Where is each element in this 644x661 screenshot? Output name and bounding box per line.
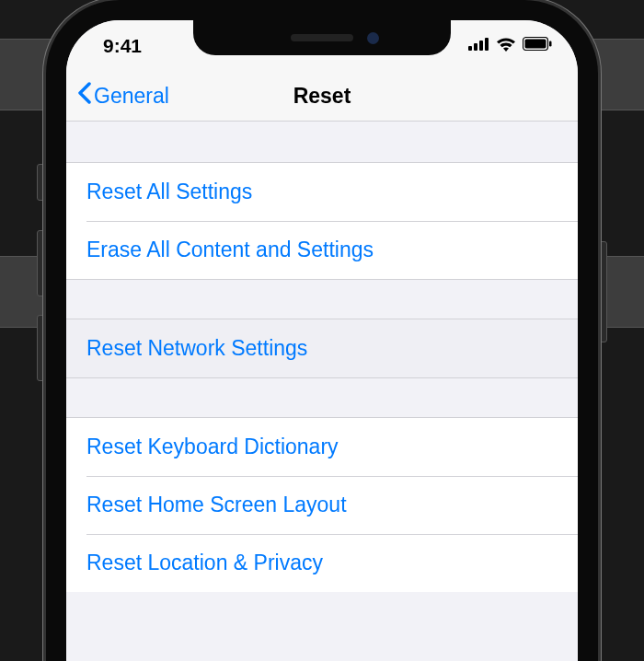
svg-rect-5	[525, 40, 546, 49]
cell-label: Reset Home Screen Layout	[86, 493, 347, 516]
cell-label: Reset Location & Privacy	[86, 551, 323, 574]
phone-mute-switch	[37, 164, 46, 201]
phone-side-button	[598, 241, 607, 342]
reset-network-settings[interactable]: Reset Network Settings	[66, 319, 578, 378]
phone-volume-up-button	[37, 230, 46, 296]
status-time: 9:41	[103, 35, 142, 57]
svg-rect-0	[468, 46, 472, 51]
wifi-icon	[496, 37, 516, 55]
back-button-label: General	[94, 84, 169, 109]
group-separator	[66, 378, 578, 417]
svg-rect-3	[485, 38, 489, 51]
back-button[interactable]: General	[66, 82, 169, 110]
phone-frame: 9:41	[46, 0, 598, 661]
svg-rect-1	[474, 43, 477, 51]
erase-all-content[interactable]: Erase All Content and Settings	[66, 221, 578, 280]
cell-label: Reset Keyboard Dictionary	[86, 435, 339, 458]
cell-label: Erase All Content and Settings	[86, 238, 374, 261]
reset-all-settings[interactable]: Reset All Settings	[66, 162, 578, 221]
phone-screen: 9:41	[66, 20, 578, 661]
reset-home-screen-layout[interactable]: Reset Home Screen Layout	[66, 476, 578, 534]
status-indicators	[468, 37, 552, 55]
reset-location-privacy[interactable]: Reset Location & Privacy	[66, 534, 578, 592]
phone-volume-down-button	[37, 315, 46, 381]
phone-speaker	[291, 34, 353, 41]
navigation-bar: General Reset	[66, 71, 578, 122]
phone-camera	[367, 32, 379, 44]
settings-content: Reset All Settings Erase All Content and…	[66, 122, 578, 592]
group-separator	[66, 280, 578, 319]
group-separator	[66, 122, 578, 162]
chevron-left-icon	[77, 82, 92, 110]
svg-rect-6	[549, 41, 552, 47]
reset-keyboard-dictionary[interactable]: Reset Keyboard Dictionary	[66, 417, 578, 476]
svg-rect-2	[479, 41, 483, 51]
cell-label: Reset All Settings	[86, 180, 252, 203]
cell-label: Reset Network Settings	[86, 336, 307, 360]
phone-notch	[193, 20, 451, 55]
cellular-signal-icon	[468, 38, 489, 54]
battery-icon	[523, 37, 552, 54]
